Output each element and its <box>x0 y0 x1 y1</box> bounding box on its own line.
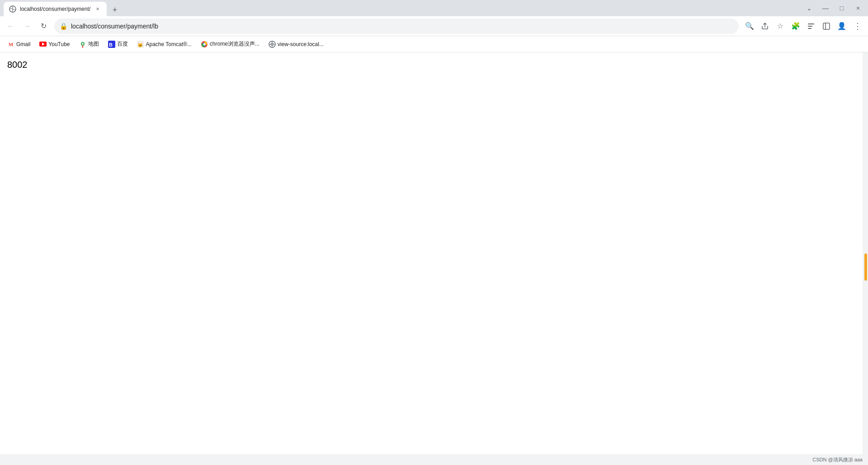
bookmark-tomcat-label: Apache Tomcat®... <box>146 41 192 47</box>
bookmark-chrome-browser[interactable]: chrome浏览器没声... <box>197 38 263 50</box>
tab-close-button[interactable]: × <box>94 5 101 13</box>
search-icon[interactable]: 🔍 <box>742 19 757 33</box>
bookmark-maps-label: 地图 <box>88 40 99 48</box>
bookmarks-bar: M Gmail YouTube 地图 B 百度 <box>0 36 868 52</box>
gmail-favicon-icon: M <box>7 41 14 48</box>
chevron-down-button[interactable]: ⌄ <box>803 2 816 14</box>
address-bar[interactable] <box>71 23 733 30</box>
scrollbar-thumb[interactable] <box>864 254 867 281</box>
title-bar-controls: ⌄ — □ × <box>803 2 864 14</box>
page-number-text: 8002 <box>7 60 861 70</box>
svg-text:🐱: 🐱 <box>137 42 143 48</box>
svg-rect-2 <box>808 23 814 24</box>
page-content: 8002 <box>0 52 868 454</box>
bookmark-gmail[interactable]: M Gmail <box>4 39 34 50</box>
lock-icon: 🔒 <box>60 23 67 30</box>
sidebar-icon[interactable] <box>819 19 834 33</box>
forward-button[interactable]: → <box>20 19 34 33</box>
bookmark-maps[interactable]: 地图 <box>75 38 103 50</box>
address-bar-container[interactable]: 🔒 <box>54 19 739 34</box>
extensions-icon[interactable]: 🧩 <box>788 19 803 33</box>
profile-icon[interactable]: 👤 <box>835 19 849 33</box>
youtube-favicon-icon <box>39 41 47 48</box>
maps-favicon-icon <box>79 41 86 48</box>
svg-rect-5 <box>823 23 830 29</box>
tab-search-icon[interactable] <box>804 19 818 33</box>
toolbar: ← → ↻ 🔒 🔍 ☆ 🧩 👤 ⋮ <box>0 16 868 36</box>
scrollbar-area[interactable] <box>863 52 868 454</box>
share-icon[interactable] <box>758 19 772 33</box>
svg-point-10 <box>82 43 84 45</box>
refresh-button[interactable]: ↻ <box>36 19 51 33</box>
toolbar-actions: 🔍 ☆ 🧩 👤 ⋮ <box>742 19 864 33</box>
bookmark-tomcat[interactable]: 🐱 Apache Tomcat®... <box>133 39 195 50</box>
bookmark-chrome-label: chrome浏览器没声... <box>210 40 259 48</box>
svg-rect-4 <box>808 28 811 29</box>
tab-favicon <box>9 5 16 13</box>
svg-point-17 <box>203 43 205 45</box>
baidu-favicon-icon: B <box>108 41 115 48</box>
bookmark-view-source-label: view-source:local... <box>278 41 324 47</box>
minimize-button[interactable]: — <box>819 2 832 14</box>
bookmark-star-icon[interactable]: ☆ <box>773 19 788 33</box>
svg-text:B: B <box>109 42 113 47</box>
back-button[interactable]: ← <box>4 19 18 33</box>
close-window-button[interactable]: × <box>852 2 864 14</box>
chrome-favicon-icon <box>201 41 208 48</box>
bookmark-view-source[interactable]: view-source:local... <box>265 39 327 50</box>
tab-title: localhost/consumer/payment/ <box>20 6 90 12</box>
status-bar: CSDN @清风微凉 aaa <box>0 454 868 465</box>
svg-rect-3 <box>808 26 812 27</box>
status-bar-text: CSDN @清风微凉 aaa <box>812 456 863 463</box>
browser-tab[interactable]: localhost/consumer/payment/ × <box>4 2 107 16</box>
bookmark-baidu-label: 百度 <box>117 40 128 48</box>
bookmark-gmail-label: Gmail <box>16 41 30 47</box>
view-source-favicon-icon <box>269 41 276 48</box>
bookmark-baidu[interactable]: B 百度 <box>104 38 132 50</box>
bookmark-youtube[interactable]: YouTube <box>36 39 73 50</box>
new-tab-button[interactable]: + <box>108 4 121 16</box>
tomcat-favicon-icon: 🐱 <box>137 41 144 48</box>
title-bar: localhost/consumer/payment/ × + ⌄ — □ × <box>0 0 868 16</box>
tab-group: localhost/consumer/payment/ × + <box>4 0 121 16</box>
bookmark-youtube-label: YouTube <box>48 41 70 47</box>
more-menu-button[interactable]: ⋮ <box>850 19 864 33</box>
maximize-button[interactable]: □ <box>835 2 848 14</box>
